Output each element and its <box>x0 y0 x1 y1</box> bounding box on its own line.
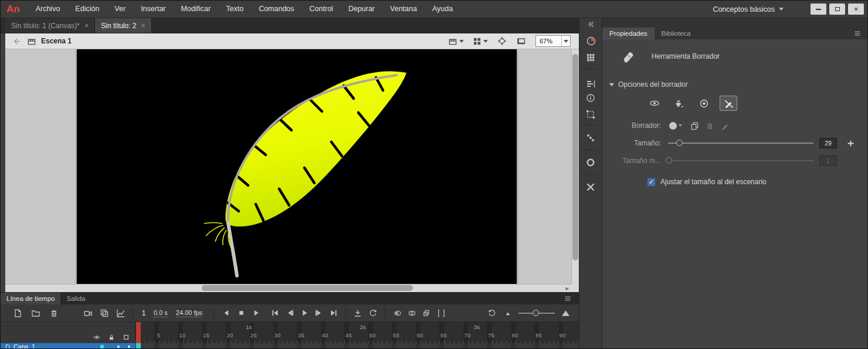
erase-selected-fills-icon[interactable] <box>720 96 737 111</box>
zoom-chevron[interactable] <box>561 36 570 46</box>
code-snippets-panel-icon[interactable] <box>586 133 596 144</box>
edit-scene-button[interactable] <box>448 37 464 46</box>
menu-item-comandos[interactable]: Comandos <box>251 1 301 18</box>
size-slider[interactable] <box>668 140 813 147</box>
playhead[interactable] <box>136 322 141 343</box>
workspace-switcher[interactable]: Conceptos básicos <box>713 5 784 13</box>
add-size-button[interactable] <box>845 138 856 148</box>
vertical-scrollbar[interactable] <box>571 49 579 284</box>
show-outlines-icon[interactable] <box>122 333 130 341</box>
menu-item-control[interactable]: Control <box>302 1 341 18</box>
loop-playback-button[interactable] <box>368 308 378 318</box>
reset-timeline-zoom-button[interactable] <box>487 308 497 318</box>
back-arrow-button[interactable] <box>11 36 22 46</box>
go-to-last-frame-button[interactable] <box>328 308 339 318</box>
menu-item-insertar[interactable]: Insertar <box>133 1 173 18</box>
elapsed-time[interactable]: 0.0 s <box>154 309 168 317</box>
onion-skin-button[interactable] <box>392 308 402 318</box>
tab-close-icon[interactable]: × <box>84 22 89 29</box>
stage[interactable] <box>77 49 517 284</box>
tab-biblioteca[interactable]: Biblioteca <box>655 28 698 39</box>
faucet-icon[interactable] <box>670 96 688 111</box>
ruler-frames[interactable]: 510152025303540455055606570758085901s2s3… <box>135 322 579 343</box>
align-panel-icon[interactable] <box>586 79 596 90</box>
show-hide-all-layers-icon[interactable] <box>93 333 101 341</box>
new-folder-button[interactable] <box>30 308 41 318</box>
document-tab-1[interactable]: Sin título: 1 (Canvas)* × <box>5 18 95 33</box>
add-camera-button[interactable] <box>83 308 93 318</box>
slider-thumb[interactable] <box>533 310 539 316</box>
tab-propiedades[interactable]: Propiedades <box>602 28 655 39</box>
transform-panel-icon[interactable] <box>586 110 596 120</box>
edit-symbols-button[interactable] <box>473 37 488 46</box>
maximize-button[interactable] <box>829 4 845 15</box>
go-to-first-frame-button[interactable] <box>270 308 280 318</box>
delete-brush-icon[interactable] <box>704 120 715 131</box>
step-back-button[interactable] <box>221 308 231 318</box>
new-layer-button[interactable] <box>12 308 23 318</box>
edit-multiple-frames-button[interactable] <box>421 308 432 318</box>
onion-skin-outlines-button[interactable] <box>406 308 417 318</box>
close-button[interactable]: × <box>848 4 864 15</box>
step-forward-one-frame-button[interactable] <box>314 308 324 318</box>
tab-salida[interactable]: Salida <box>60 293 91 304</box>
stop-button[interactable] <box>236 308 246 318</box>
play-button[interactable] <box>299 308 310 318</box>
erase-fills-icon[interactable] <box>695 96 713 111</box>
menu-item-modificar[interactable]: Modificar <box>174 1 219 18</box>
slider-thumb[interactable] <box>666 157 672 164</box>
minimize-button[interactable] <box>811 4 826 15</box>
graph-editor-button[interactable] <box>116 308 126 318</box>
swatches-panel-icon[interactable] <box>586 53 596 63</box>
lock-unlock-all-layers-icon[interactable] <box>107 333 116 341</box>
expand-panels-button[interactable] <box>587 21 598 31</box>
min-size-slider[interactable] <box>668 157 813 164</box>
tab-linea-de-tiempo[interactable]: Línea de tiempo <box>1 293 60 304</box>
menu-item-ayuda[interactable]: Ayuda <box>425 1 460 18</box>
horizontal-scrollbar[interactable]: ▸ <box>5 284 571 292</box>
zoom-in-timeline-icon[interactable] <box>560 308 571 318</box>
current-frame-counter[interactable]: 1 <box>140 309 148 317</box>
menu-item-depurar[interactable]: Depurar <box>341 1 382 18</box>
fit-stage-checkbox[interactable]: ✓ <box>647 178 656 187</box>
zoom-out-timeline-icon[interactable] <box>503 308 513 318</box>
eraser-options-section-header[interactable]: Opciones del borrador <box>602 73 868 91</box>
scroll-right-icon[interactable]: ▸ <box>565 284 569 292</box>
timeline-ruler[interactable]: 510152025303540455055606570758085901s2s3… <box>1 322 579 343</box>
color-panel-icon[interactable] <box>586 36 596 46</box>
layer-frames-strip[interactable] <box>135 343 579 349</box>
menu-item-ver[interactable]: Ver <box>107 1 133 18</box>
menu-item-ventana[interactable]: Ventana <box>382 1 425 18</box>
vertical-scrollbar-thumb[interactable] <box>572 54 578 260</box>
frame-rate[interactable]: 24.00 fps <box>176 309 202 317</box>
horizontal-scrollbar-thumb[interactable] <box>202 285 413 291</box>
layer-row-header[interactable]: Capa_1 <box>1 343 135 349</box>
clip-content-button[interactable] <box>516 36 527 46</box>
delete-layer-button[interactable] <box>49 308 59 318</box>
info-panel-icon[interactable] <box>586 93 596 104</box>
edit-brush-icon[interactable] <box>720 120 730 131</box>
modify-markers-button[interactable] <box>436 308 446 318</box>
timeline-panel-menu-icon[interactable] <box>564 293 572 304</box>
step-back-one-frame-button[interactable] <box>284 308 295 318</box>
step-forward-button[interactable] <box>251 308 262 318</box>
brush-shape-select[interactable] <box>669 122 682 130</box>
tools-panel-icon[interactable] <box>586 182 596 193</box>
slider-thumb[interactable] <box>676 140 683 146</box>
erase-mode-icon[interactable] <box>646 96 663 111</box>
duplicate-brush-button[interactable] <box>689 120 700 131</box>
menu-item-archivo[interactable]: Archivo <box>28 1 68 18</box>
layer-visibility-dot[interactable] <box>117 345 120 348</box>
brushes-panel-icon[interactable] <box>586 158 596 168</box>
timeline-zoom-slider[interactable] <box>518 310 555 317</box>
center-frame-button[interactable] <box>352 308 363 318</box>
layer-outline-color-swatch[interactable] <box>100 345 104 348</box>
zoom-select[interactable]: 67% <box>535 35 571 47</box>
size-value-box[interactable]: 29 <box>819 138 837 148</box>
tab-close-icon[interactable]: × <box>141 22 145 29</box>
layer-parenting-button[interactable] <box>99 308 110 318</box>
document-tab-2[interactable]: Sin título: 2 × <box>95 18 152 33</box>
center-stage-button[interactable] <box>497 36 507 46</box>
menu-item-texto[interactable]: Texto <box>218 1 251 18</box>
menu-item-edicion[interactable]: Edición <box>67 1 107 18</box>
